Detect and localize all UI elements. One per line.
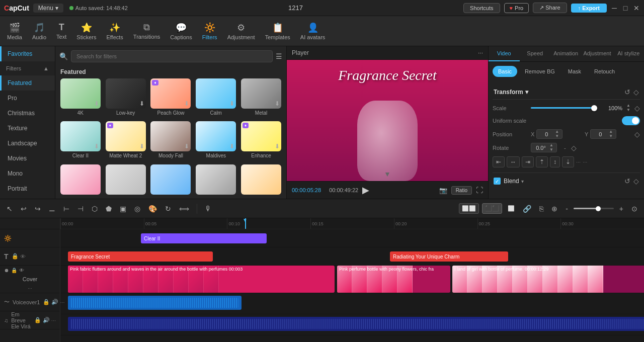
tl-select-tool[interactable]: ↖ [4, 203, 15, 214]
tool-stickers[interactable]: ⭐ Stickers [71, 20, 101, 42]
maximize-button[interactable]: □ [622, 5, 629, 12]
voiceover-clip[interactable] [68, 296, 242, 310]
left-nav-movies[interactable]: Movies [0, 151, 55, 166]
position-reset-button[interactable]: ◇ [634, 130, 640, 138]
left-nav-texture[interactable]: Texture [0, 121, 55, 136]
filter-card-matte-wheat[interactable]: ♦ ⬇ Matte Wheat 2 [105, 121, 147, 161]
zoom-track[interactable] [574, 208, 614, 209]
music-more-button[interactable]: ··· [51, 317, 56, 323]
filter-sort-icon[interactable]: ☰ [276, 52, 282, 60]
tool-media[interactable]: 🎬 Media [2, 20, 27, 42]
tl-minus-button[interactable]: - [563, 203, 571, 214]
text-clip-radiating[interactable]: Radiating Your Unique Charm [390, 251, 508, 262]
share-button[interactable]: ↗ Share [533, 3, 567, 13]
pro-button[interactable]: ♥ Pro [504, 3, 529, 13]
blend-keyframe-button[interactable]: ◇ [633, 177, 639, 185]
blend-reset-button[interactable]: ↺ [624, 177, 630, 185]
rotate-reset-button[interactable]: ◇ [571, 144, 577, 152]
player-more-button[interactable]: ··· [478, 49, 483, 56]
filter-card-metal[interactable]: ⬇ Metal [240, 78, 282, 118]
subtab-remove-bg[interactable]: Remove BG [519, 66, 560, 77]
tl-speed-button[interactable]: ◎ [132, 203, 143, 214]
filter-card-r2[interactable] [105, 164, 147, 199]
music-vol-button[interactable]: 🔊 [43, 317, 50, 323]
player-play-button[interactable]: ▶ [362, 185, 369, 196]
vo-vol-button[interactable]: 🔊 [51, 299, 58, 305]
filter-card-4k[interactable]: ⬇ 4K [59, 78, 102, 118]
left-nav-portrait[interactable]: Portrait [0, 181, 55, 196]
subtab-retouch[interactable]: Retouch [589, 66, 620, 77]
tl-track-type-3[interactable]: ⬜ [505, 204, 517, 213]
align-center-v-button[interactable]: ↕ [550, 156, 560, 167]
tool-filters[interactable]: 🔆 Filters [197, 20, 222, 42]
tl-mirror-button[interactable]: ⟺ [177, 203, 192, 214]
rotate-input[interactable]: 0.0° ▲▼ [531, 143, 557, 152]
left-nav-landscape[interactable]: Landscape [0, 136, 55, 151]
shortcuts-button[interactable]: Shortcuts [463, 3, 500, 13]
scale-reset-button[interactable]: ◇ [634, 104, 640, 112]
tl-redo-button[interactable]: ↪ [32, 203, 43, 214]
filter-card-calm[interactable]: ⬇ Calm [195, 78, 237, 118]
tl-trim-right-button[interactable]: ⊣ [75, 203, 86, 214]
fullscreen-button[interactable]: ⛶ [476, 186, 483, 194]
music-lock-button[interactable]: 🔒 [34, 317, 41, 323]
scale-slider[interactable] [531, 107, 594, 109]
filter-card-peach[interactable]: ♦ ⬇ Peach Glow [150, 78, 192, 118]
filter-clip-clearII[interactable]: Clear II [141, 233, 267, 243]
tl-color-button[interactable]: 🎨 [146, 203, 159, 214]
x-down[interactable]: ▼ [554, 134, 560, 138]
filter-card-moody-fall[interactable]: ⬇ Moody Fall [150, 121, 192, 161]
left-nav-mono[interactable]: Mono [0, 166, 55, 181]
left-nav-favorites[interactable]: Favorites [0, 46, 55, 61]
y-down[interactable]: ▼ [608, 134, 614, 138]
tl-shape-button[interactable]: ⬟ [103, 203, 114, 214]
align-bottom-button[interactable]: ⇣ [562, 156, 574, 167]
left-nav-featured[interactable]: Featured [0, 75, 55, 91]
transform-keyframe-button[interactable]: ◇ [633, 88, 639, 96]
tl-settings-button[interactable]: ⊙ [629, 203, 640, 214]
align-center-h-button[interactable]: ↔ [507, 156, 520, 167]
menu-button[interactable]: Menu ▾ [33, 4, 63, 13]
tool-captions[interactable]: 💬 Captions [165, 20, 197, 42]
tl-plus-button[interactable]: + [617, 203, 626, 214]
tl-split-button[interactable]: ⚊ [46, 203, 58, 214]
left-nav-christmas[interactable]: Christmas [0, 106, 55, 121]
filter-card-r5[interactable] [240, 164, 282, 199]
tool-audio[interactable]: 🎵 Audio [27, 20, 51, 42]
filter-card-r1[interactable] [59, 164, 102, 199]
scale-down-button[interactable]: ▼ [625, 108, 631, 112]
subtab-mask[interactable]: Mask [562, 66, 587, 77]
close-button[interactable]: ✕ [633, 5, 640, 12]
video-clip-2[interactable]: Pink perfume bottle with peony flowers, … [337, 266, 450, 293]
tl-track-type-1[interactable]: ⬜⬜ [459, 203, 479, 214]
filters-collapse-icon[interactable]: ▲ [43, 65, 49, 71]
align-left-button[interactable]: ⇤ [493, 156, 505, 167]
tl-crop-button[interactable]: ⬡ [89, 203, 100, 214]
tab-video[interactable]: Video [489, 46, 520, 61]
left-nav-pro[interactable]: Pro [0, 91, 55, 106]
video-clip-1[interactable]: Pink fabric flutters around and waves in… [68, 266, 335, 293]
tool-transitions[interactable]: ⧉ Transitions [128, 20, 165, 42]
tl-copy-button[interactable]: ⎘ [537, 203, 546, 214]
filter-card-maldives[interactable]: ⬇ Maldives [195, 121, 237, 161]
text-lock-button[interactable]: 🔒 [12, 253, 19, 260]
music-clip[interactable] [68, 317, 644, 331]
rotate-up[interactable]: ▲ [548, 143, 554, 147]
tool-templates[interactable]: 📋 Templates [260, 20, 295, 42]
x-up[interactable]: ▲ [554, 130, 560, 134]
tab-ai-stylize[interactable]: AI stylize [613, 46, 644, 61]
tab-speed[interactable]: Speed [520, 46, 551, 61]
tl-frame-button[interactable]: ▣ [117, 203, 129, 214]
blend-checkbox[interactable]: ✓ [494, 178, 501, 185]
uniform-scale-toggle[interactable] [622, 116, 640, 125]
scale-up-button[interactable]: ▲ [625, 104, 631, 108]
video-clip-3[interactable]: I land of girl with bottle of perfume. 0… [452, 266, 644, 293]
minimize-button[interactable]: ─ [611, 5, 618, 12]
tool-effects[interactable]: ✨ Effects [101, 20, 128, 42]
tab-animation[interactable]: Animation [550, 46, 582, 61]
filter-card-r3[interactable] [150, 164, 192, 199]
y-up[interactable]: ▲ [608, 130, 614, 134]
ratio-button[interactable]: Ratio [451, 186, 472, 195]
camera-icon[interactable]: 📷 [439, 187, 447, 194]
vo-lock-button[interactable]: 🔒 [43, 299, 50, 305]
